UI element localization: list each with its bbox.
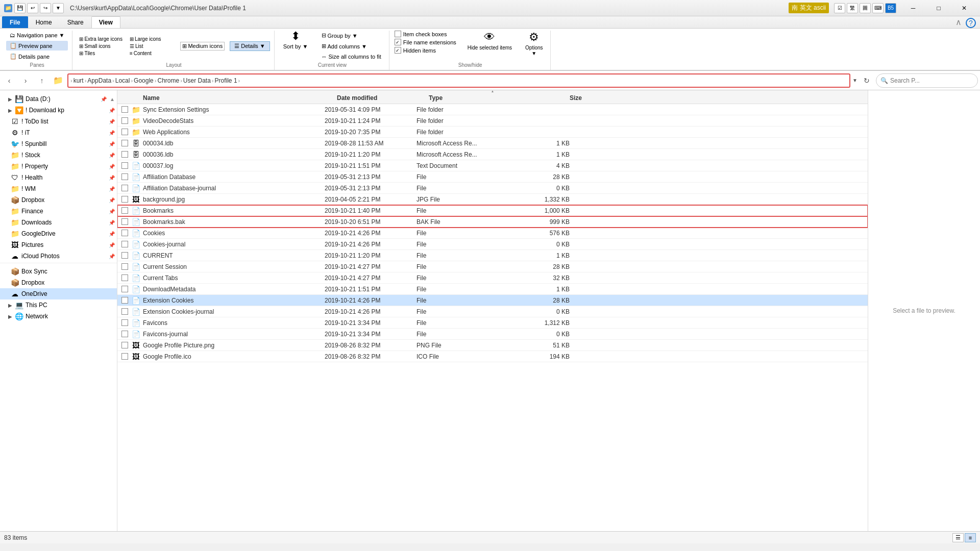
breadcrumb-kurt[interactable]: kurt <box>74 77 84 84</box>
sidebar-item-property[interactable]: 📁 ! Property 📌 <box>0 161 117 172</box>
checkbox-btn[interactable]: ☑ <box>834 3 845 13</box>
breadcrumb-userdata[interactable]: User Data <box>183 77 211 84</box>
sidebar-item-datad[interactable]: ▶ 💾 Data (D:) 📌 ▲ <box>0 93 117 105</box>
row-checkbox[interactable] <box>121 274 131 281</box>
hidden-items-row[interactable]: Hidden items <box>395 47 456 54</box>
row-checkbox[interactable] <box>121 241 131 247</box>
table-row[interactable]: 📄 Bookmarks 2019-10-21 1:40 PM File 1,00… <box>117 205 868 216</box>
checkbox[interactable] <box>121 263 128 270</box>
extra-large-icons-btn[interactable]: ⊞ Extra large icons <box>78 36 124 42</box>
sidebar-item-dropbox2[interactable]: 📦 Dropbox <box>0 277 117 288</box>
table-row[interactable]: 📄 Affiliation Database-journal 2019-05-3… <box>117 183 868 194</box>
sidebar-item-googledrive[interactable]: 📁 GoogleDrive 📌 <box>0 228 117 239</box>
row-checkbox[interactable] <box>121 297 131 304</box>
table-row[interactable]: 🖼 background.jpg 2019-04-05 2:21 PM JPG … <box>117 194 868 205</box>
row-checkbox[interactable] <box>121 353 131 360</box>
breadcrumb-bar[interactable]: › kurt › AppData › Local › Google › Chro… <box>67 73 850 88</box>
row-checkbox[interactable] <box>121 331 131 337</box>
back-btn[interactable]: ‹ <box>2 73 16 88</box>
row-checkbox[interactable] <box>121 218 131 225</box>
sidebar-item-boxsync[interactable]: 📦 Box Sync <box>0 266 117 277</box>
sidebar-item-finance[interactable]: 📁 Finance 📌 <box>0 206 117 217</box>
sidebar-item-wm[interactable]: 📁 ! WM 📌 <box>0 183 117 194</box>
row-checkbox[interactable] <box>121 117 131 124</box>
checkbox[interactable] <box>121 353 128 360</box>
breadcrumb-profile1[interactable]: Profile 1 <box>215 77 237 84</box>
table-row[interactable]: 📄 Extension Cookies 2019-10-21 4:26 PM F… <box>117 295 868 306</box>
ribbon-collapse-btn[interactable]: ∧ <box>951 16 966 28</box>
details-view-btn[interactable]: ≡ <box>965 533 976 542</box>
sort-by-btn[interactable]: Sort by ▼ <box>280 42 312 51</box>
table-row[interactable]: 🖼 Google Profile Picture.png 2019-08-26 … <box>117 340 868 351</box>
row-checkbox[interactable] <box>121 140 131 146</box>
breadcrumb-google[interactable]: Google <box>134 77 154 84</box>
row-checkbox[interactable] <box>121 342 131 348</box>
trad-chinese-btn[interactable]: 繁 <box>847 3 858 13</box>
small-icons-btn[interactable]: ⊞ Small icons <box>78 43 124 49</box>
sidebar-item-todolist[interactable]: ☑ ! ToDo list 📌 <box>0 116 117 127</box>
checkbox[interactable] <box>121 173 128 180</box>
col-date[interactable]: Date modified <box>337 94 429 102</box>
breadcrumb-local[interactable]: Local <box>115 77 130 84</box>
row-checkbox[interactable] <box>121 106 131 113</box>
search-input[interactable] <box>890 77 973 84</box>
checkbox[interactable] <box>121 185 128 191</box>
table-row[interactable]: 🗄 000034.ldb 2019-08-28 11:53 AM Microso… <box>117 138 868 149</box>
medium-icons-btn[interactable]: ⊞ Medium icons <box>180 42 225 51</box>
item-checkboxes-cb[interactable] <box>395 31 401 37</box>
sidebar-item-pictures[interactable]: 🖼 Pictures 📌 <box>0 239 117 251</box>
large-icons-btn[interactable]: ⊞ Large icons <box>128 36 174 42</box>
checkbox[interactable] <box>121 274 128 281</box>
checkbox[interactable] <box>121 106 128 113</box>
simp-chinese-btn[interactable]: 圖 <box>860 3 871 13</box>
tab-view[interactable]: View <box>91 16 120 28</box>
row-checkbox[interactable] <box>121 286 131 292</box>
tab-file[interactable]: File <box>2 16 28 28</box>
table-row[interactable]: 📄 DownloadMetadata 2019-10-21 1:51 PM Fi… <box>117 284 868 295</box>
sidebar-item-stock[interactable]: 📁 ! Stock 📌 <box>0 149 117 161</box>
breadcrumb-appdata[interactable]: AppData <box>87 77 111 84</box>
row-checkbox[interactable] <box>121 263 131 270</box>
checkbox[interactable] <box>121 129 128 135</box>
details-btn[interactable]: ☰ Details ▼ <box>230 41 270 51</box>
table-row[interactable]: 📄 Cookies 2019-10-21 4:26 PM File 576 KB <box>117 228 868 239</box>
tiles-btn[interactable]: ⊞ Tiles <box>78 50 124 57</box>
row-checkbox[interactable] <box>121 151 131 158</box>
table-row[interactable]: 📁 Web Applications 2019-10-20 7:35 PM Fi… <box>117 127 868 138</box>
col-name[interactable]: Name <box>143 94 337 102</box>
breadcrumb-dropdown-btn[interactable]: ▼ <box>852 78 857 83</box>
table-row[interactable]: 📁 Sync Extension Settings 2019-05-31 4:0… <box>117 104 868 115</box>
tab-home[interactable]: Home <box>28 16 60 28</box>
row-checkbox[interactable] <box>121 207 131 214</box>
table-row[interactable]: 📄 CURRENT 2019-10-21 1:20 PM File 1 KB <box>117 250 868 261</box>
col-size[interactable]: Size <box>531 94 582 102</box>
forward-btn[interactable]: › <box>18 73 33 88</box>
row-checkbox[interactable] <box>121 196 131 203</box>
keyboard-btn[interactable]: ⌨ <box>872 3 884 13</box>
checkbox[interactable] <box>121 319 128 326</box>
row-checkbox[interactable] <box>121 308 131 315</box>
options-btn[interactable]: Options ▼ <box>522 44 546 57</box>
sidebar-item-downloadkp[interactable]: ▶ 🔽 ! Download kp 📌 <box>0 105 117 116</box>
table-row[interactable]: 🗄 000036.ldb 2019-10-21 1:20 PM Microsof… <box>117 149 868 160</box>
help-btn[interactable]: ? <box>966 18 976 28</box>
checkbox[interactable] <box>121 331 128 337</box>
checkbox[interactable] <box>121 207 128 214</box>
sidebar-item-spunbill[interactable]: 🐦 ! Spunbill 📌 <box>0 138 117 149</box>
table-row[interactable]: 📄 Current Session 2019-10-21 4:27 PM Fil… <box>117 261 868 272</box>
close-button[interactable] <box>952 0 976 16</box>
checkbox[interactable] <box>121 342 128 348</box>
sidebar-item-dropbox1[interactable]: 📦 Dropbox 📌 <box>0 194 117 206</box>
table-row[interactable]: 📄 Bookmarks.bak 2019-10-20 6:51 PM BAK F… <box>117 216 868 228</box>
content-btn[interactable]: ≡ Content <box>128 50 174 57</box>
table-row[interactable]: 📄 Affiliation Database 2019-05-31 2:13 P… <box>117 171 868 183</box>
search-box[interactable]: 🔍 <box>876 73 978 88</box>
checkbox[interactable] <box>121 230 128 236</box>
navigation-pane-btn[interactable]: 🗂 Navigation pane ▼ <box>6 31 68 40</box>
checkbox[interactable] <box>121 241 128 247</box>
checkbox[interactable] <box>121 218 128 225</box>
sidebar-item-it[interactable]: ⚙ ! iT 📌 <box>0 127 117 138</box>
list-btn[interactable]: ☰ List <box>128 43 174 49</box>
hidden-items-cb[interactable] <box>395 47 401 54</box>
size-all-columns-btn[interactable]: ↔ Size all columns to fit <box>318 52 385 61</box>
